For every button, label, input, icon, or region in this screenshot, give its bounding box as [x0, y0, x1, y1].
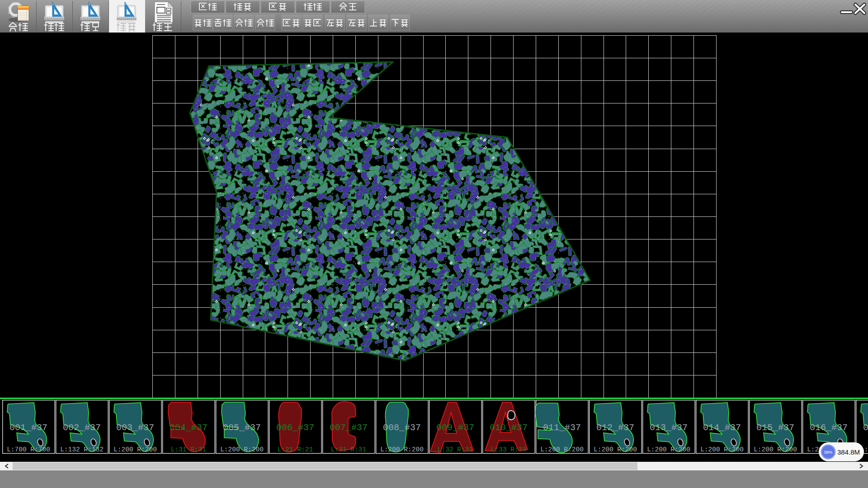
svg-text:L:200 R:200: L:200 R:200 [113, 446, 157, 453]
svg-text:L:200 R:200: L:200 R:200 [594, 446, 637, 453]
svg-text:L:33 R:33: L:33 R:33 [491, 446, 526, 453]
svg-text:010_#37: 010_#37 [490, 422, 528, 433]
svg-text:L:200 R:200: L:200 R:200 [220, 446, 264, 453]
svg-text:L:200 R:200: L:200 R:200 [380, 446, 424, 453]
svg-text:006_#37: 006_#37 [276, 422, 314, 433]
svg-text:005_#37: 005_#37 [223, 422, 261, 433]
svg-text:014_#37: 014_#37 [703, 422, 741, 433]
svg-text:38%: 38% [824, 450, 833, 455]
svg-text:004_#37: 004_#37 [170, 422, 208, 433]
svg-text:002_#37: 002_#37 [63, 422, 101, 433]
svg-text:L:31 R:31: L:31 R:31 [171, 446, 206, 453]
svg-text:L:200 R:200: L:200 R:200 [754, 446, 797, 453]
svg-text:L:31 R:31: L:31 R:31 [331, 446, 366, 453]
svg-text:384.8M: 384.8M [837, 448, 860, 456]
svg-text:L:32 R:31: L:32 R:31 [438, 446, 473, 453]
svg-text:003_#37: 003_#37 [116, 422, 154, 433]
svg-text:008_#37: 008_#37 [383, 422, 421, 433]
svg-text:L:200 R:200: L:200 R:200 [647, 446, 690, 453]
svg-text:009_#37: 009_#37 [436, 422, 474, 433]
svg-text:016_#37: 016_#37 [810, 422, 848, 433]
svg-text:012_#37: 012_#37 [596, 422, 634, 433]
svg-text:013_#37: 013_#37 [650, 422, 688, 433]
svg-text:017_#37: 017_#37 [863, 422, 868, 433]
svg-text:011_#37: 011_#37 [543, 422, 581, 433]
svg-text:007_#37: 007_#37 [330, 422, 368, 433]
svg-text:L:700 R:700: L:700 R:700 [7, 446, 50, 453]
svg-text:015_#37: 015_#37 [756, 422, 794, 433]
svg-text:L:200 R:200: L:200 R:200 [540, 446, 584, 453]
svg-text:001_#37: 001_#37 [9, 422, 47, 433]
svg-text:L:132 R:132: L:132 R:132 [60, 446, 104, 453]
svg-text:L:200 R:200: L:200 R:200 [700, 446, 744, 453]
svg-text:L:21 R:21: L:21 R:21 [278, 446, 313, 453]
